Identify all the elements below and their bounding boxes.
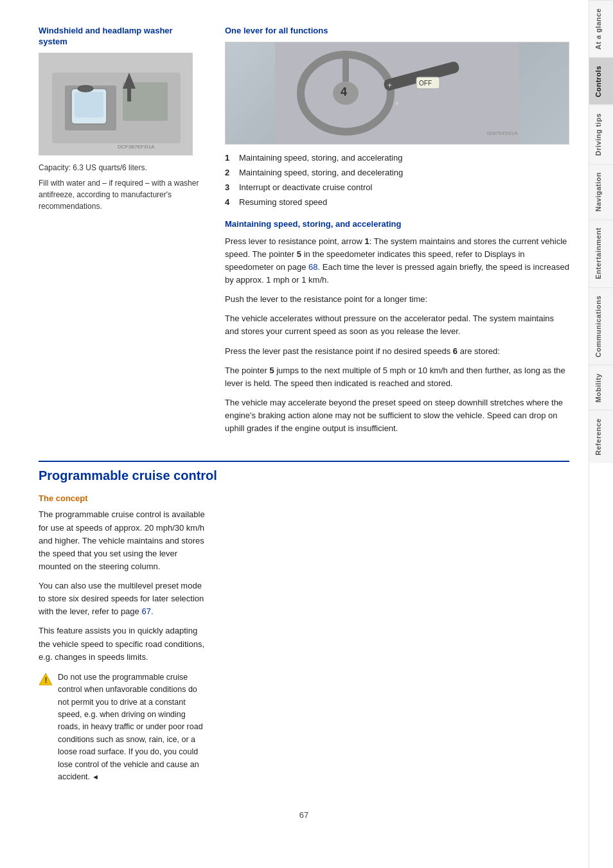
washer-section: Windshield and headlamp washer system — [39, 26, 206, 441]
lever-item-1: 1 Maintaining speed, storing, and accele… — [225, 152, 569, 164]
svg-rect-7 — [127, 89, 131, 102]
maintaining-para1: Press lever to resistance point, arrow 1… — [225, 235, 569, 287]
maintaining-heading: Maintaining speed, storing, and accelera… — [225, 219, 569, 230]
svg-text:+: + — [387, 81, 392, 90]
svg-text:DCF3B7EF/01A: DCF3B7EF/01A — [118, 144, 155, 150]
warning-text: Do not use the programmable cruise contr… — [58, 671, 206, 783]
warning-box: ! Do not use the programmable cruise con… — [39, 671, 206, 783]
cruise-main-title: Programmable cruise control — [39, 461, 569, 483]
warning-icon: ! — [39, 672, 53, 686]
washer-caption1: Capacity: 6.3 US quarts/6 liters. — [39, 162, 206, 173]
washer-image: DCF3B7EF/01A — [39, 53, 193, 155]
concept-para1: The programmable cruise control is avail… — [39, 508, 206, 573]
concept-heading: The concept — [39, 493, 206, 503]
cruise-right-empty — [225, 493, 569, 791]
sidebar-tab-at-a-glance[interactable]: At a glance — [589, 0, 613, 57]
concept-para3: This feature assists you in quickly adap… — [39, 624, 206, 663]
svg-text:▼: ▼ — [394, 100, 400, 107]
sidebar-tab-navigation[interactable]: Navigation — [589, 164, 613, 219]
svg-text:4: 4 — [341, 85, 347, 98]
svg-text:0087545/02A: 0087545/02A — [487, 130, 518, 136]
washer-caption2: Fill with water and – if required – with… — [39, 177, 206, 212]
sidebar-tab-mobility[interactable]: Mobility — [589, 365, 613, 411]
maintaining-para5: The pointer 5 jumps to the next multiple… — [225, 364, 569, 390]
concept-para2: You can also use the multilevel preset m… — [39, 580, 206, 618]
end-marker: ◄ — [90, 773, 99, 781]
cruise-left: The concept The programmable cruise cont… — [39, 493, 206, 791]
lever-item-2: 2 Maintaining speed, storing, and decele… — [225, 167, 569, 179]
sidebar-tab-reference[interactable]: Reference — [589, 410, 613, 463]
maintaining-para2: Push the lever to the resistance point f… — [225, 293, 569, 306]
maintaining-para4: Press the lever past the resistance poin… — [225, 345, 569, 358]
svg-rect-10 — [275, 42, 519, 145]
svg-rect-5 — [75, 92, 103, 118]
sidebar-tab-controls[interactable]: Controls — [589, 57, 613, 105]
lever-section: One lever for all functions 4 — [225, 26, 569, 441]
cruise-section: Programmable cruise control The concept … — [39, 461, 569, 791]
maintaining-para3: The vehicle accelerates without pressure… — [225, 312, 569, 338]
sidebar-tab-entertainment[interactable]: Entertainment — [589, 219, 613, 287]
maintaining-para6: The vehicle may accelerate beyond the pr… — [225, 396, 569, 435]
svg-point-8 — [78, 85, 93, 92]
link-page67[interactable]: 67 — [141, 607, 150, 616]
sidebar: At a glance Controls Driving tips Naviga… — [589, 0, 613, 868]
lever-item-4: 4 Resuming stored speed — [225, 197, 569, 208]
lever-list: 1 Maintaining speed, storing, and accele… — [225, 152, 569, 209]
lever-heading: One lever for all functions — [225, 26, 569, 37]
washer-heading: Windshield and headlamp washer system — [39, 26, 206, 48]
sidebar-tab-communications[interactable]: Communications — [589, 287, 613, 365]
svg-text:!: ! — [45, 676, 48, 685]
lever-image: 4 OFF + ▼ 0087545/02A — [225, 42, 569, 145]
link-page68[interactable]: 68 — [308, 262, 317, 272]
lever-item-3: 3 Interrupt or deactivate cruise control — [225, 182, 569, 193]
page-number: 67 — [39, 810, 569, 820]
svg-text:OFF: OFF — [419, 80, 432, 87]
sidebar-tab-driving-tips[interactable]: Driving tips — [589, 105, 613, 164]
